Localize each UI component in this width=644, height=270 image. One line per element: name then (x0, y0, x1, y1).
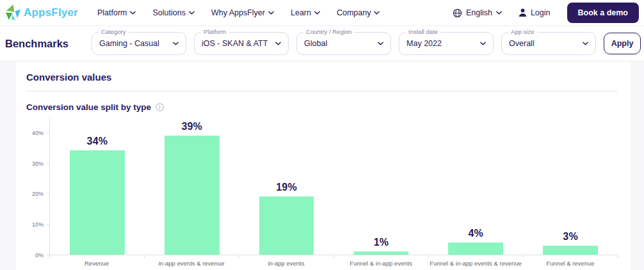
divider (26, 91, 618, 91)
nav-item-platform[interactable]: Platform (97, 8, 136, 17)
content-area: Conversion values Conversion value split… (0, 61, 644, 270)
plot-area: 34%39%19%1%4%3% (49, 117, 618, 255)
x-tick-mark (144, 255, 145, 258)
top-nav: AppsFlyer PlatformSolutionsWhy AppsFlyer… (0, 0, 644, 26)
chevron-down-icon (314, 11, 320, 15)
chevron-down-icon (130, 11, 136, 15)
bar-value-label: 3% (563, 231, 578, 242)
bar-funnel-in-app-events (354, 251, 409, 255)
bar-funnel-in-app-events-revenue (448, 242, 503, 255)
nav-item-learn[interactable]: Learn (291, 8, 320, 17)
bar-value-label: 19% (276, 182, 297, 193)
bar-slot-funnel-revenue: 3% (523, 117, 618, 255)
y-tick-label: 0% (35, 252, 44, 258)
filter-value: May 2022 (407, 39, 442, 48)
y-tick-label: 20% (32, 191, 44, 197)
nav-item-label: Why AppsFlyer (211, 8, 265, 17)
filter-label: Category (99, 28, 129, 35)
x-tick-mark (428, 255, 429, 258)
globe-icon (453, 8, 462, 18)
bar-slot-funnel-in-app-events-revenue: 4% (428, 117, 523, 255)
filter-country-region[interactable]: Country / RegionGlobal (296, 32, 391, 55)
chevron-down-icon (189, 11, 195, 15)
x-tick-mark (523, 255, 524, 258)
bar-slot-in-app-events: 19% (239, 117, 334, 255)
filter-value: iOS - SKAN & ATT (202, 39, 268, 48)
page-title: Benchmarks (5, 38, 68, 50)
bar-value-label: 1% (374, 237, 389, 248)
x-tick-mark (334, 255, 334, 258)
bar-slot-revenue: 34% (50, 117, 145, 255)
y-tick-mark (47, 193, 49, 194)
filter-category[interactable]: CategoryGaming - Casual (92, 32, 186, 55)
info-icon[interactable] (156, 103, 164, 111)
nav-item-label: Solutions (152, 8, 185, 17)
x-axis-label-in-app-events-revenue: in-app events & revenue (144, 258, 239, 267)
filter-value: Gaming - Casual (99, 39, 159, 48)
y-tick-mark (47, 224, 49, 225)
login-button[interactable]: Login (519, 8, 551, 17)
chevron-down-icon (378, 42, 383, 45)
x-tick-mark (618, 255, 618, 258)
benchmarks-card: Conversion values Conversion value split… (16, 61, 631, 270)
chart-title: Conversion value split by type (26, 102, 151, 112)
bar-value-label: 4% (468, 228, 483, 239)
apply-button[interactable]: Apply (604, 33, 641, 54)
appsflyer-logo-text: AppsFlyer (24, 6, 78, 19)
y-tick-label: 40% (32, 130, 44, 136)
filter-install-date[interactable]: Install dateMay 2022 (399, 32, 494, 55)
filter-bar: Benchmarks CategoryGaming - CasualPlatfo… (0, 26, 644, 61)
nav-item-why-appsflyer[interactable]: Why AppsFlyer (211, 8, 274, 17)
filter-platform[interactable]: PlatformiOS - SKAN & ATT (194, 32, 289, 55)
section-title: Conversion values (26, 72, 618, 83)
user-icon (519, 8, 527, 17)
filter-value: Global (304, 39, 327, 48)
filter-label: App size (508, 28, 536, 35)
nav-item-label: Platform (97, 8, 127, 17)
x-axis-label-funnel-revenue: Funnel & revenue (523, 258, 618, 267)
y-tick-mark (47, 132, 49, 133)
chevron-down-icon (268, 11, 274, 15)
x-axis-labels: Revenuein-app events & revenuein-app eve… (49, 258, 618, 267)
filter-value: Overall (509, 39, 535, 48)
filter-app-size[interactable]: App sizeOverall (501, 32, 596, 55)
chevron-down-icon (374, 11, 380, 15)
y-tick-mark (47, 163, 49, 164)
chevron-down-icon (480, 42, 486, 45)
x-axis-label-in-app-events: in-app events (239, 258, 334, 267)
y-axis: 0%10%20%30%40% (26, 117, 49, 255)
chevron-down-icon (173, 42, 179, 45)
book-demo-button[interactable]: Book a demo (567, 3, 640, 23)
nav-item-company[interactable]: Company (337, 8, 380, 17)
nav-item-label: Learn (291, 8, 311, 17)
nav-item-label: Company (337, 8, 371, 17)
filter-label: Install date (406, 28, 440, 35)
bar-in-app-events (259, 196, 314, 255)
filter-label: Country / Region (303, 28, 354, 35)
bar-in-app-events-revenue (165, 136, 220, 255)
x-axis-label-funnel-in-app-events: Funnel & in-app events (334, 258, 428, 267)
x-axis-label-funnel-in-app-events-revenue: Funnel & in-app events & revenue (428, 258, 523, 267)
bar-slot-funnel-in-app-events: 1% (334, 117, 428, 255)
chevron-down-icon (496, 11, 502, 15)
y-tick-label: 10% (32, 221, 44, 228)
x-tick-mark (239, 255, 239, 258)
plot-column: 34%39%19%1%4%3% Revenuein-app events & r… (49, 117, 618, 267)
appsflyer-logo[interactable]: AppsFlyer (5, 4, 78, 22)
nav-item-solutions[interactable]: Solutions (152, 8, 194, 17)
bar-funnel-revenue (543, 246, 598, 255)
nav-right: English Login Book a demo (453, 3, 639, 23)
x-axis-ticks (49, 255, 618, 258)
bar-slot-in-app-events-revenue: 39% (145, 117, 239, 255)
bar-value-label: 39% (181, 121, 202, 132)
chevron-down-icon (583, 42, 588, 45)
bar-revenue (70, 150, 125, 255)
filters: CategoryGaming - CasualPlatformiOS - SKA… (92, 32, 596, 55)
filter-label: Platform (201, 28, 229, 35)
language-selector[interactable]: English (453, 8, 502, 18)
bar-value-label: 34% (87, 136, 108, 147)
appsflyer-logo-icon (5, 4, 21, 22)
x-tick-mark (49, 255, 50, 258)
y-tick-label: 30% (32, 161, 44, 167)
login-label: Login (531, 8, 551, 17)
